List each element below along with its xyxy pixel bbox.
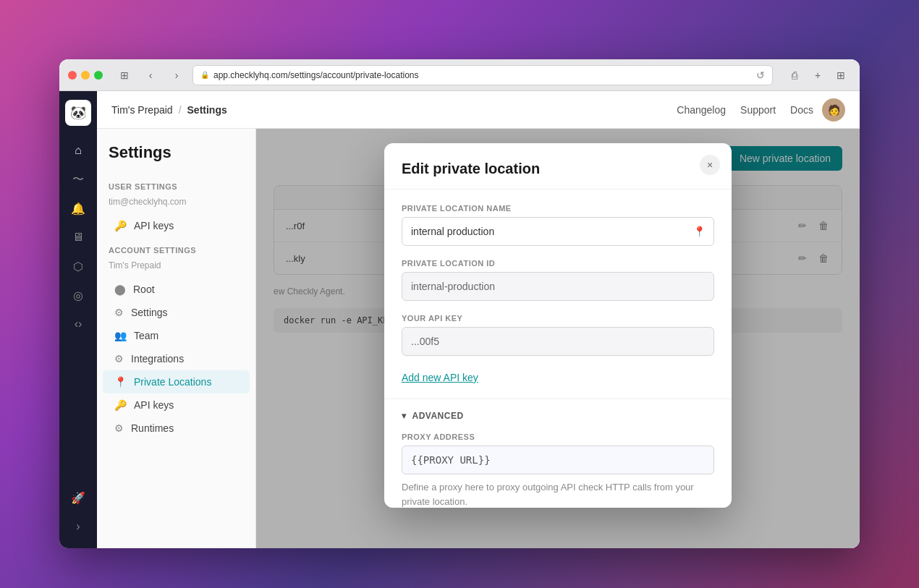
sidebar-toggle-icon[interactable]: ⊞	[114, 65, 135, 85]
root-icon: ⬤	[114, 284, 126, 295]
sidebar-item-integrations[interactable]: ⚙ Integrations	[103, 347, 250, 370]
url-text: app.checklyhq.com/settings/account/priva…	[213, 70, 418, 80]
logo[interactable]: 🐼	[65, 100, 91, 126]
sidebar-icon-alerts[interactable]: 🔔	[65, 195, 91, 221]
support-link[interactable]: Support	[740, 104, 776, 116]
integrations-icon: ⚙	[114, 353, 124, 365]
sidebar-item-api-keys-account[interactable]: 🔑 API keys	[103, 393, 250, 417]
proxy-address-label: PROXY ADDRESS	[402, 433, 714, 441]
minimize-button[interactable]	[81, 71, 90, 80]
proxy-address-input[interactable]	[402, 446, 714, 474]
location-icon: 📍	[114, 376, 127, 388]
api-key-label: YOUR API KEY	[402, 314, 714, 323]
settings-label: Settings	[131, 307, 168, 318]
app-content: 🐼 ⌂ 〜 🔔 🖥 ⬡ ◎ ‹› 🚀 › Tim's Prepaid / Set…	[59, 91, 860, 548]
location-name-label: PRIVATE LOCATION NAME	[402, 204, 714, 213]
settings-title: Settings	[97, 143, 255, 174]
settings-icon: ⚙	[114, 307, 124, 318]
breadcrumb-account[interactable]: Tim's Prepaid	[111, 104, 173, 116]
advanced-toggle[interactable]: ▾ ADVANCED	[402, 411, 714, 421]
sidebar-item-settings[interactable]: ⚙ Settings	[103, 301, 250, 324]
advanced-label: ADVANCED	[412, 411, 464, 421]
sidebar-icon-rocket[interactable]: 🚀	[65, 485, 91, 511]
main-panel: Tim's Prepaid / Settings Changelog Suppo…	[97, 91, 860, 548]
refresh-icon[interactable]: ↺	[756, 69, 765, 81]
sidebar-icon-home[interactable]: ⌂	[65, 137, 91, 163]
close-icon: ×	[707, 159, 713, 171]
sidebar: 🐼 ⌂ 〜 🔔 🖥 ⬡ ◎ ‹› 🚀 ›	[59, 91, 97, 548]
edit-location-modal: Edit private location × PRIVATE LOCATION…	[384, 143, 732, 508]
api-keys-account-label: API keys	[134, 399, 174, 411]
api-key-input	[402, 327, 714, 356]
settings-content: 📍 New private location CREATED AT ...	[256, 129, 860, 548]
sidebar-icon-integrations[interactable]: ⬡	[65, 253, 91, 279]
sidebar-item-team[interactable]: 👥 Team	[103, 324, 250, 347]
user-email: tim@checklyhq.com	[97, 195, 255, 214]
browser-window: ⊞ ‹ › 🔒 app.checklyhq.com/settings/accou…	[59, 59, 860, 548]
api-key-icon: 🔑	[114, 399, 127, 411]
runtimes-icon: ⚙	[114, 422, 124, 434]
api-keys-user-label: API keys	[134, 220, 174, 231]
location-id-label: PRIVATE LOCATION ID	[402, 259, 714, 268]
private-locations-label: Private Locations	[134, 376, 211, 388]
location-pin-icon: 📍	[693, 226, 706, 237]
breadcrumb: Tim's Prepaid / Settings	[111, 104, 227, 116]
share-icon[interactable]: ⎙	[784, 65, 805, 85]
sidebar-item-private-locations[interactable]: 📍 Private Locations	[103, 370, 250, 393]
sidebar-item-root[interactable]: ⬤ Root	[103, 278, 250, 301]
location-name-group: PRIVATE LOCATION NAME 📍	[402, 204, 714, 246]
docs-link[interactable]: Docs	[790, 104, 813, 116]
browser-toolbar: ⊞ ‹ › 🔒 app.checklyhq.com/settings/accou…	[59, 59, 860, 91]
root-label: Root	[133, 284, 155, 295]
settings-nav: Settings USER SETTINGS tim@checklyhq.com…	[97, 129, 256, 548]
maximize-button[interactable]	[94, 71, 103, 80]
integrations-label: Integrations	[131, 353, 184, 365]
modal-title: Edit private location	[402, 161, 714, 177]
modal-overlay: Edit private location × PRIVATE LOCATION…	[256, 129, 860, 548]
account-settings-label: ACCOUNT SETTINGS	[97, 237, 255, 259]
browser-actions: ⎙ + ⊞	[784, 65, 851, 85]
key-icon: 🔑	[114, 220, 127, 231]
api-key-group: YOUR API KEY	[402, 314, 714, 356]
runtimes-label: Runtimes	[131, 422, 174, 434]
modal-close-button[interactable]: ×	[700, 155, 720, 175]
traffic-lights	[68, 71, 103, 80]
new-tab-icon[interactable]: +	[808, 65, 828, 85]
modal-body: PRIVATE LOCATION NAME 📍 PRIVATE LOCATION…	[384, 189, 732, 399]
sidebar-expand-icon[interactable]: ›	[65, 514, 91, 540]
chevron-down-icon: ▾	[402, 411, 407, 421]
sidebar-icon-globe[interactable]: ◎	[65, 282, 91, 308]
changelog-link[interactable]: Changelog	[677, 104, 726, 116]
grid-icon[interactable]: ⊞	[831, 65, 851, 85]
sidebar-icon-checks[interactable]: 〜	[65, 166, 91, 192]
nav-links: Changelog Support Docs	[677, 104, 813, 116]
location-name-input[interactable]	[402, 217, 714, 246]
sidebar-icon-code[interactable]: ‹›	[65, 311, 91, 337]
user-settings-label: USER SETTINGS	[97, 174, 255, 195]
proxy-address-group: PROXY ADDRESS Define a proxy here to pro…	[402, 433, 714, 508]
location-id-input	[402, 272, 714, 301]
proxy-hint: Define a proxy here to proxy outgoing AP…	[402, 480, 714, 508]
forward-button[interactable]: ›	[166, 65, 187, 85]
breadcrumb-current: Settings	[187, 104, 227, 116]
team-label: Team	[134, 330, 158, 341]
close-button[interactable]	[68, 71, 77, 80]
top-nav: Tim's Prepaid / Settings Changelog Suppo…	[97, 91, 860, 129]
settings-layout: Settings USER SETTINGS tim@checklyhq.com…	[97, 129, 860, 548]
breadcrumb-separator: /	[179, 104, 182, 116]
location-id-group: PRIVATE LOCATION ID	[402, 259, 714, 301]
add-api-key-link[interactable]: Add new API key	[402, 372, 478, 383]
modal-header: Edit private location ×	[384, 143, 732, 189]
advanced-section: ▾ ADVANCED PROXY ADDRESS Define a proxy …	[384, 399, 732, 508]
sidebar-icon-dashboards[interactable]: 🖥	[65, 224, 91, 250]
avatar[interactable]: 🧑	[822, 98, 845, 122]
location-name-wrapper: 📍	[402, 217, 714, 246]
team-icon: 👥	[114, 330, 127, 341]
lock-icon: 🔒	[200, 71, 209, 79]
sidebar-item-runtimes[interactable]: ⚙ Runtimes	[103, 417, 250, 440]
account-sub: Tim's Prepaid	[97, 259, 255, 278]
back-button[interactable]: ‹	[140, 65, 161, 85]
address-bar[interactable]: 🔒 app.checklyhq.com/settings/account/pri…	[192, 65, 773, 85]
sidebar-item-api-keys-user[interactable]: 🔑 API keys	[103, 214, 250, 237]
